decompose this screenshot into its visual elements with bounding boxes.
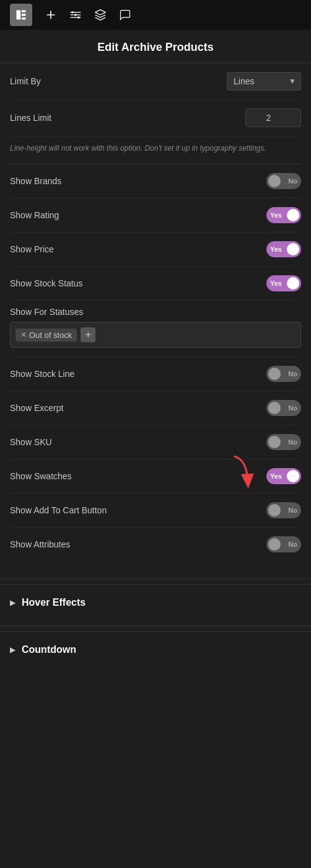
show-attributes-toggle-label: No <box>288 541 297 548</box>
show-attributes-toggle[interactable]: No <box>266 536 301 552</box>
show-brands-label: Show Brands <box>10 176 61 186</box>
lines-limit-row: Lines Limit <box>10 100 301 136</box>
show-brands-row: Show Brands No <box>10 164 301 198</box>
show-rating-toggle-label: Yes <box>270 211 282 219</box>
show-swatches-toggle-wrapper: Yes <box>266 468 301 484</box>
show-attributes-row: Show Attributes No <box>10 528 301 561</box>
show-add-to-cart-label: Show Add To Cart Button <box>10 505 107 515</box>
show-rating-row: Show Rating Yes <box>10 198 301 232</box>
show-for-statuses-row: Show For Statuses ✕ Out of stock + <box>10 301 301 357</box>
divider-1 <box>0 578 311 579</box>
tags-container: ✕ Out of stock + <box>10 322 301 348</box>
show-stock-line-label: Show Stock Line <box>10 369 74 379</box>
page-title: Edit Archive Products <box>0 30 311 63</box>
show-stock-status-toggle-wrapper: Yes <box>266 275 301 291</box>
show-sku-toggle-label: No <box>288 438 297 446</box>
lines-limit-label: Lines Limit <box>10 113 51 123</box>
show-excerpt-label: Show Excerpt <box>10 403 63 413</box>
svg-rect-0 <box>17 11 21 20</box>
show-add-to-cart-toggle-wrapper: No <box>266 502 301 518</box>
toolbar <box>0 0 311 30</box>
show-excerpt-toggle-label: No <box>288 404 297 412</box>
add-icon[interactable] <box>45 9 57 21</box>
svg-rect-2 <box>22 14 26 16</box>
show-excerpt-toggle-wrapper: No <box>266 400 301 416</box>
show-stock-status-toggle-label: Yes <box>270 280 282 287</box>
show-rating-toggle[interactable]: Yes <box>266 207 301 223</box>
show-price-toggle-label: Yes <box>270 246 282 253</box>
info-text: Line-height will not work with this opti… <box>10 136 301 164</box>
elementor-logo-icon[interactable] <box>10 4 32 26</box>
hover-effects-section-header[interactable]: ▶ Hover Effects <box>0 584 311 621</box>
show-price-label: Show Price <box>10 244 54 254</box>
show-sku-label: Show SKU <box>10 437 52 447</box>
show-excerpt-toggle[interactable]: No <box>266 400 301 416</box>
show-sku-toggle-wrapper: No <box>266 434 301 450</box>
show-stock-status-label: Show Stock Status <box>10 278 83 288</box>
limit-by-label: Limit By <box>10 76 41 86</box>
show-stock-line-toggle-wrapper: No <box>266 366 301 382</box>
show-add-to-cart-row: Show Add To Cart Button No <box>10 494 301 528</box>
limit-by-row: Limit By Lines Words None ▼ <box>10 63 301 100</box>
show-price-row: Show Price Yes <box>10 232 301 267</box>
show-brands-toggle-wrapper: No <box>266 173 301 189</box>
show-stock-status-row: Show Stock Status Yes <box>10 267 301 301</box>
message-icon[interactable] <box>119 9 131 21</box>
layers-icon[interactable] <box>94 9 107 21</box>
limit-by-select[interactable]: Lines Words None <box>227 72 301 91</box>
show-attributes-toggle-wrapper: No <box>266 536 301 552</box>
show-brands-toggle-label: No <box>288 177 297 185</box>
spacer-1 <box>0 561 311 574</box>
settings-sliders-icon[interactable] <box>69 9 82 21</box>
show-stock-status-toggle[interactable]: Yes <box>266 275 301 291</box>
show-add-to-cart-toggle[interactable]: No <box>266 502 301 518</box>
show-excerpt-row: Show Excerpt No <box>10 391 301 425</box>
show-swatches-toggle[interactable]: Yes <box>266 468 301 484</box>
show-rating-label: Show Rating <box>10 210 59 220</box>
show-swatches-row: Show Swatches Yes <box>10 459 301 494</box>
tag-out-of-stock: ✕ Out of stock <box>15 329 77 342</box>
show-stock-line-toggle-label: No <box>288 370 297 378</box>
show-stock-line-row: Show Stock Line No <box>10 357 301 391</box>
main-section: Limit By Lines Words None ▼ Lines Limit … <box>0 63 311 561</box>
tag-label: Out of stock <box>29 330 72 340</box>
divider-2 <box>0 626 311 626</box>
lines-limit-input[interactable] <box>245 108 301 127</box>
chevron-right-icon-2: ▶ <box>10 645 15 654</box>
show-sku-toggle[interactable]: No <box>266 434 301 450</box>
show-price-toggle-wrapper: Yes <box>266 241 301 257</box>
show-add-to-cart-toggle-label: No <box>288 507 297 514</box>
chevron-right-icon: ▶ <box>10 598 15 607</box>
svg-rect-3 <box>22 17 26 19</box>
show-sku-row: Show SKU No <box>10 425 301 459</box>
show-for-statuses-label: Show For Statuses <box>10 307 301 317</box>
limit-by-select-wrapper: Lines Words None ▼ <box>227 72 301 91</box>
show-rating-toggle-wrapper: Yes <box>266 207 301 223</box>
tag-add-button[interactable]: + <box>81 327 95 342</box>
show-swatches-label: Show Swatches <box>10 471 72 481</box>
show-attributes-label: Show Attributes <box>10 539 70 549</box>
show-price-toggle[interactable]: Yes <box>266 241 301 257</box>
svg-rect-1 <box>22 11 26 12</box>
countdown-title: Countdown <box>22 644 76 655</box>
countdown-section-header[interactable]: ▶ Countdown <box>0 631 311 668</box>
tag-remove-icon[interactable]: ✕ <box>20 330 27 339</box>
hover-effects-title: Hover Effects <box>22 597 85 608</box>
show-stock-line-toggle[interactable]: No <box>266 366 301 382</box>
show-swatches-toggle-label: Yes <box>270 472 282 480</box>
show-brands-toggle[interactable]: No <box>266 173 301 189</box>
